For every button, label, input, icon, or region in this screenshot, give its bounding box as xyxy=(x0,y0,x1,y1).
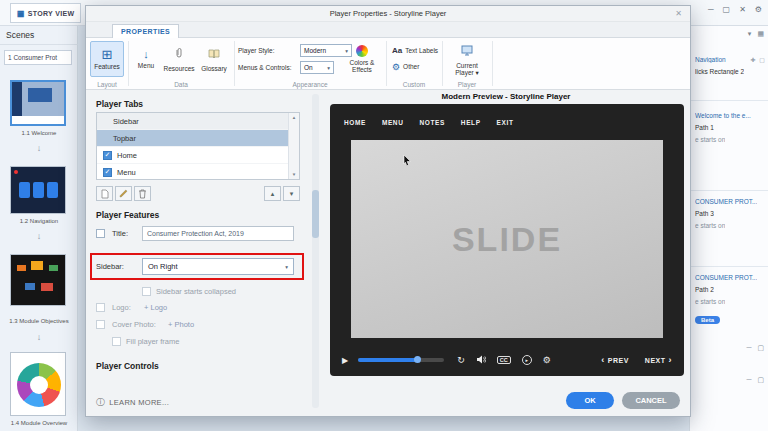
scroll-up-icon[interactable]: ▲ xyxy=(292,115,296,120)
collapse-icon[interactable]: ─ xyxy=(746,344,751,352)
dialog-close-icon[interactable]: ✕ xyxy=(675,9,682,18)
trigger-group-title[interactable]: Navigation xyxy=(695,56,726,63)
current-player-button[interactable]: Current Player ▾ xyxy=(446,41,488,77)
menu-button[interactable]: ↓ Menu xyxy=(132,41,160,77)
seekbar[interactable] xyxy=(358,358,444,362)
preview-nav-menu[interactable]: MENU xyxy=(382,119,404,126)
panel-box-icon[interactable]: ▢ xyxy=(759,56,765,63)
sidebar-dropdown[interactable]: On Right ▾ xyxy=(142,258,294,275)
preview-nav-notes[interactable]: NOTES xyxy=(419,119,444,126)
pane-scrollbar-thumb[interactable] xyxy=(312,190,319,238)
resources-button[interactable]: Resources xyxy=(162,41,196,77)
collapse-icon[interactable]: ─ xyxy=(746,376,751,384)
player-settings-gear-icon[interactable]: ⚙ xyxy=(543,355,551,365)
prev-button[interactable]: ‹ PREV xyxy=(601,355,629,365)
thumb3-art xyxy=(41,283,53,291)
cover-photo-checkbox[interactable] xyxy=(96,320,105,329)
list-scrollbar[interactable]: ▲ ▼ xyxy=(288,113,299,179)
colors-effects-button[interactable]: Colors & Effects xyxy=(342,41,382,77)
play-icon[interactable]: ▶ xyxy=(342,356,348,365)
grid-icon[interactable]: ▦ xyxy=(757,30,764,38)
play-circle-icon[interactable]: ▸ xyxy=(522,355,532,365)
preview-nav-exit[interactable]: EXIT xyxy=(497,119,514,126)
trigger-item[interactable]: Path 2 xyxy=(695,286,714,293)
story-view-grid-icon: ▦ xyxy=(17,9,25,18)
player-tabs-listbox: Sidebar Topbar ✓ Home ✓ Menu ▲ ▼ xyxy=(96,112,300,180)
title-input[interactable]: Consumer Protection Act, 2019 xyxy=(142,226,294,241)
other-gear-icon: ⚙ xyxy=(392,62,400,72)
slide-thumbnail-4[interactable] xyxy=(10,352,66,416)
menus-controls-dropdown[interactable]: On ▾ xyxy=(300,61,334,74)
trigger-item[interactable]: Path 3 xyxy=(695,210,714,217)
next-button[interactable]: NEXT › xyxy=(645,355,672,365)
trigger-item[interactable]: Path 1 xyxy=(695,124,714,131)
trigger-group-title[interactable]: CONSUMER PROT... xyxy=(695,274,757,281)
volume-icon[interactable] xyxy=(476,355,486,366)
learn-more-link[interactable]: ⓘ LEARN MORE... xyxy=(96,396,169,409)
list-item-topbar[interactable]: Topbar xyxy=(97,130,299,147)
settings-gear-icon[interactable]: ⚙ xyxy=(755,5,762,14)
logo-checkbox[interactable] xyxy=(96,303,105,312)
popout-icon[interactable]: ▢ xyxy=(757,344,764,352)
minimize-icon[interactable]: ─ xyxy=(708,5,714,14)
scene-list-item[interactable]: 1 Consumer Prot xyxy=(4,50,72,65)
popout-icon[interactable]: ▢ xyxy=(757,376,764,384)
thumb2-art xyxy=(47,182,58,198)
list-item-label: Home xyxy=(117,151,137,160)
add-photo-link[interactable]: + Photo xyxy=(168,320,194,329)
captions-icon[interactable]: CC xyxy=(497,356,511,364)
thumb1-art xyxy=(12,82,22,116)
home-checkbox[interactable]: ✓ xyxy=(103,151,112,160)
tab-properties[interactable]: PROPERTIES xyxy=(112,24,179,38)
thumb2-art xyxy=(19,182,30,198)
player-properties-dialog: Player Properties - Storyline Player ✕ P… xyxy=(85,5,691,417)
colors-effects-label: Colors & Effects xyxy=(343,59,381,74)
slide-thumbnail-3[interactable] xyxy=(10,254,66,306)
menu-checkbox[interactable]: ✓ xyxy=(103,168,112,177)
new-tab-button[interactable] xyxy=(96,186,113,201)
cover-photo-label: Cover Photo: xyxy=(112,320,156,329)
trigger-item[interactable]: licks Rectangle 2 xyxy=(695,68,744,75)
preview-nav-help[interactable]: HELP xyxy=(461,119,481,126)
delete-tab-button[interactable] xyxy=(134,186,151,201)
fill-frame-checkbox[interactable] xyxy=(112,337,121,346)
slide-thumbnail-1[interactable] xyxy=(10,80,66,126)
trigger-note: e starts on xyxy=(695,222,725,229)
ribbon: ⊞ Features ↓ Menu Resources Glossary Pla… xyxy=(86,38,690,90)
title-checkbox[interactable] xyxy=(96,229,105,238)
add-logo-link[interactable]: + Logo xyxy=(144,303,167,312)
dialog-left-pane: Player Tabs Sidebar Topbar ✓ Home ✓ Menu xyxy=(86,90,322,416)
preview-nav-home[interactable]: HOME xyxy=(344,119,366,126)
slide-label: 1.3 Module Objectives xyxy=(0,318,78,324)
sidebar-collapsed-checkbox[interactable] xyxy=(142,287,151,296)
player-preview-frame: HOME MENU NOTES HELP EXIT SLIDE ▶ xyxy=(330,104,684,376)
scroll-down-icon[interactable]: ▼ xyxy=(292,172,296,177)
trigger-group-title[interactable]: Welcome to the e... xyxy=(695,112,751,119)
list-item-home[interactable]: ✓ Home xyxy=(97,147,299,164)
restore-icon[interactable]: ▢ xyxy=(723,5,731,14)
resources-label: Resources xyxy=(163,65,194,72)
panel-collapse-row: ─ ▢ xyxy=(746,376,764,384)
other-button[interactable]: ⚙ Other xyxy=(392,62,419,72)
tab-story-view[interactable]: ▦ STORY VIEW xyxy=(10,3,81,23)
preview-title: Modern Preview - Storyline Player xyxy=(322,92,690,101)
add-icon[interactable]: ✚ xyxy=(750,56,755,63)
cancel-button[interactable]: CANCEL xyxy=(622,392,680,409)
move-up-button[interactable]: ▴ xyxy=(264,186,281,201)
move-down-button[interactable]: ▾ xyxy=(283,186,300,201)
list-item-menu[interactable]: ✓ Menu xyxy=(97,164,299,181)
glossary-button[interactable]: Glossary xyxy=(198,41,230,77)
slide-thumbnail-2[interactable] xyxy=(10,166,66,214)
dropdown-icon[interactable]: ▾ xyxy=(748,30,752,38)
seekbar-knob[interactable] xyxy=(414,356,421,363)
edit-tab-button[interactable] xyxy=(115,186,132,201)
record-dot xyxy=(14,170,18,174)
replay-icon[interactable]: ↻ xyxy=(457,355,465,365)
ok-button[interactable]: OK xyxy=(566,392,614,409)
window-close-icon[interactable]: ✕ xyxy=(739,5,746,14)
text-labels-button[interactable]: Aa Text Labels xyxy=(392,46,438,55)
trigger-group-title[interactable]: CONSUMER PROT... xyxy=(695,198,757,205)
features-button[interactable]: ⊞ Features xyxy=(90,41,124,77)
pane-scrollbar[interactable] xyxy=(312,94,319,408)
list-item-sidebar[interactable]: Sidebar xyxy=(97,113,299,130)
